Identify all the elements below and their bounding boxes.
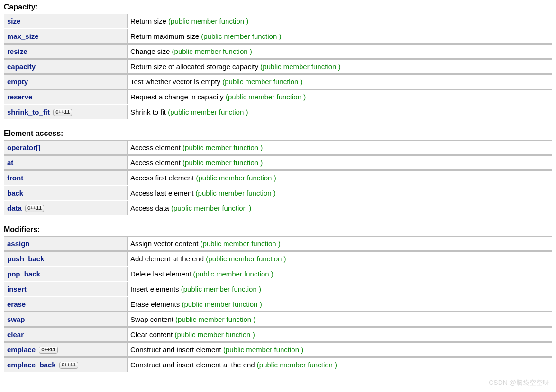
function-link[interactable]: front [7, 174, 23, 182]
member-note: (public member function ) [172, 47, 252, 55]
function-desc-cell: Clear content (public member function ) [127, 327, 552, 342]
function-desc: Clear content [130, 330, 173, 339]
function-link[interactable]: clear [7, 330, 24, 339]
function-name-cell: erase [4, 297, 127, 312]
table-row: reserveRequest a change in capacity (pub… [4, 89, 552, 104]
function-link[interactable]: max_size [7, 32, 39, 40]
table-row: max_sizeReturn maximum size (public memb… [4, 29, 552, 44]
function-desc: Construct and insert element at the end [130, 361, 255, 369]
function-link[interactable]: back [7, 189, 23, 197]
function-link[interactable]: empty [7, 78, 28, 86]
function-desc: Shrink to fit [130, 108, 166, 116]
table-row: emptyTest whether vector is empty (publi… [4, 74, 552, 89]
function-name-cell: swap [4, 312, 127, 327]
function-name-cell: emplace_back C++11 [4, 357, 127, 372]
table-row: push_backAdd element at the end (public … [4, 251, 552, 266]
function-name-cell: emplace C++11 [4, 342, 127, 357]
function-desc-cell: Insert elements (public member function … [127, 282, 552, 296]
table-row: atAccess element (public member function… [4, 155, 552, 170]
member-note: (public member function ) [196, 189, 276, 197]
member-note: (public member function ) [181, 285, 261, 293]
function-name-cell: push_back [4, 251, 127, 266]
function-desc: Return maximum size [130, 32, 199, 40]
function-link[interactable]: resize [7, 47, 27, 55]
table-row: frontAccess first element (public member… [4, 170, 552, 185]
function-name-cell: empty [4, 74, 127, 89]
function-link[interactable]: swap [7, 315, 25, 323]
function-desc-cell: Test whether vector is empty (public mem… [127, 74, 552, 89]
function-link[interactable]: assign [7, 240, 30, 248]
function-link[interactable]: operator[] [7, 143, 41, 151]
function-name-cell: operator[] [4, 140, 127, 155]
function-name-cell: insert [4, 282, 127, 296]
function-link[interactable]: emplace [7, 346, 36, 354]
member-note: (public member function ) [182, 159, 263, 167]
function-link[interactable]: reserve [7, 93, 32, 101]
member-note: (public member function ) [222, 78, 302, 86]
function-name-cell: resize [4, 44, 127, 59]
function-table: assignAssign vector content (public memb… [4, 236, 552, 373]
function-desc: Request a change in capacity [130, 93, 224, 101]
table-row: pop_backDelete last element (public memb… [4, 267, 552, 281]
function-desc-cell: Swap content (public member function ) [127, 312, 552, 327]
function-link[interactable]: shrink_to_fit [7, 108, 50, 116]
table-row: swapSwap content (public member function… [4, 312, 552, 327]
function-table: operator[]Access element (public member … [4, 140, 552, 216]
member-note: (public member function ) [171, 204, 251, 212]
member-note: (public member function ) [201, 240, 281, 248]
function-desc: Change size [130, 47, 170, 55]
table-row: capacityReturn size of allocated storage… [4, 59, 552, 74]
function-desc: Access first element [130, 174, 194, 182]
function-link[interactable]: erase [7, 300, 26, 308]
function-link[interactable]: data [7, 204, 22, 212]
table-row: sizeReturn size (public member function … [4, 14, 552, 28]
member-note: (public member function ) [260, 62, 340, 71]
table-row: operator[]Access element (public member … [4, 140, 552, 155]
function-desc-cell: Assign vector content (public member fun… [127, 236, 552, 251]
function-desc-cell: Request a change in capacity (public mem… [127, 89, 552, 104]
watermark-text: CSDN @脑袋空空呀 [489, 379, 549, 387]
function-link[interactable]: at [7, 159, 13, 167]
function-desc: Access last element [130, 189, 193, 197]
function-desc-cell: Delete last element (public member funct… [127, 267, 552, 281]
function-desc-cell: Construct and insert element (public mem… [127, 342, 552, 357]
function-desc: Access data [130, 204, 169, 212]
table-row: assignAssign vector content (public memb… [4, 236, 552, 251]
function-name-cell: shrink_to_fit C++11 [4, 105, 127, 119]
function-desc: Add element at the end [130, 255, 204, 263]
function-name-cell: pop_back [4, 267, 127, 281]
function-desc: Erase elements [130, 300, 180, 308]
table-row: eraseErase elements (public member funct… [4, 297, 552, 312]
section-title: Element access: [4, 129, 552, 138]
cpp11-badge: C++11 [59, 362, 78, 369]
function-name-cell: max_size [4, 29, 127, 44]
member-note: (public member function ) [206, 255, 286, 263]
function-link[interactable]: pop_back [7, 270, 40, 278]
function-desc: Access element [130, 143, 181, 151]
function-desc-cell: Shrink to fit (public member function ) [127, 105, 552, 119]
table-row: clearClear content (public member functi… [4, 327, 552, 342]
member-note: (public member function ) [182, 143, 263, 151]
section-title: Capacity: [4, 3, 552, 11]
function-link[interactable]: capacity [7, 62, 36, 71]
member-note: (public member function ) [201, 32, 281, 40]
function-desc: Swap content [130, 315, 173, 323]
member-note: (public member function ) [174, 330, 255, 339]
table-row: insertInsert elements (public member fun… [4, 282, 552, 296]
member-note: (public member function ) [196, 174, 276, 182]
function-link[interactable]: insert [7, 285, 27, 293]
member-note: (public member function ) [226, 93, 306, 101]
member-note: (public member function ) [168, 108, 248, 116]
member-note: (public member function ) [193, 270, 273, 278]
function-table: sizeReturn size (public member function … [4, 13, 552, 120]
function-link[interactable]: size [7, 17, 20, 25]
function-link[interactable]: emplace_back [7, 361, 56, 369]
function-desc-cell: Return size (public member function ) [127, 14, 552, 28]
function-link[interactable]: push_back [7, 255, 44, 263]
function-desc-cell: Add element at the end (public member fu… [127, 251, 552, 266]
function-name-cell: back [4, 186, 127, 200]
function-name-cell: at [4, 155, 127, 170]
member-note: (public member function ) [257, 361, 337, 369]
table-row: data C++11Access data (public member fun… [4, 201, 552, 215]
cpp11-badge: C++11 [25, 205, 44, 212]
